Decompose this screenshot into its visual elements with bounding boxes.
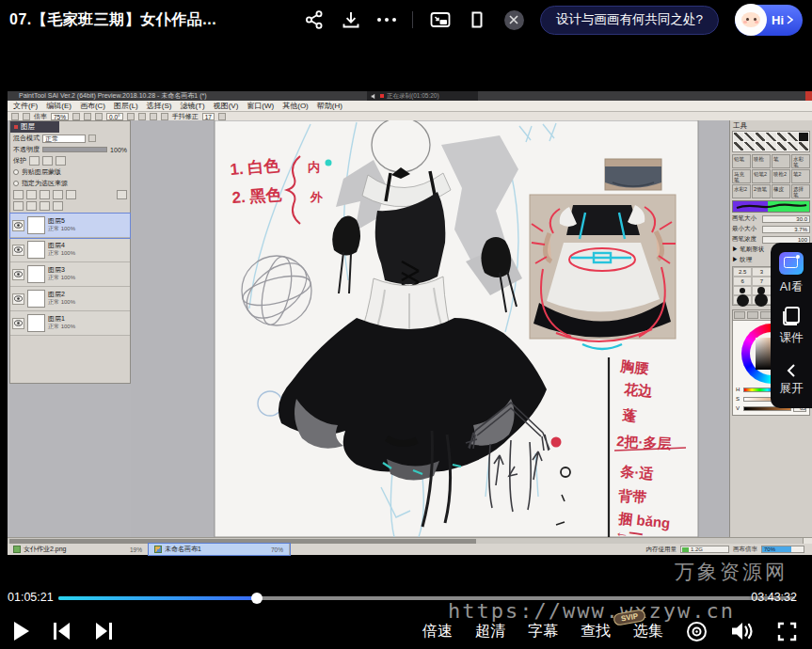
brush-size-value[interactable]: 30.0 xyxy=(762,215,810,223)
rotate-ccw-button[interactable] xyxy=(127,113,135,120)
menu-file[interactable]: 文件(F) xyxy=(13,101,38,111)
clear-layer-button[interactable] xyxy=(53,190,63,199)
brush-button[interactable]: 水彩笔 xyxy=(791,154,810,168)
courseware-button[interactable]: 课件 xyxy=(780,330,804,346)
menu-filter[interactable]: 滤镜(T) xyxy=(180,101,204,111)
clip-checkbox[interactable] xyxy=(13,169,19,175)
tool-icon[interactable] xyxy=(788,142,797,150)
episodes-button[interactable]: 选集 xyxy=(633,622,663,641)
next-episode-button[interactable] xyxy=(94,623,113,640)
pip-icon[interactable] xyxy=(429,9,452,30)
merge-layer-button[interactable] xyxy=(40,190,50,199)
panel-option-button[interactable] xyxy=(117,190,127,199)
zoom-value[interactable]: 75% xyxy=(51,113,69,120)
protect-pos-button[interactable] xyxy=(56,156,66,166)
doc-tab-active[interactable]: 未命名画布1 70% xyxy=(149,544,290,555)
toolbar-button[interactable] xyxy=(11,113,19,120)
opacity-slider[interactable] xyxy=(42,147,107,152)
chevron-left-icon[interactable] xyxy=(785,363,798,378)
tool-icon[interactable] xyxy=(756,133,765,141)
tool-icon[interactable] xyxy=(766,133,775,141)
menu-other[interactable]: 其他(O) xyxy=(282,101,309,111)
tool-icon[interactable] xyxy=(766,142,775,150)
toolbar-button[interactable] xyxy=(23,113,30,120)
eye-icon[interactable] xyxy=(12,220,24,231)
tool-icon[interactable] xyxy=(734,142,743,150)
color-wheel-tab[interactable] xyxy=(734,311,745,319)
more-icon[interactable] xyxy=(377,18,396,22)
menu-edit[interactable]: 编辑(E) xyxy=(46,101,72,111)
eye-icon[interactable] xyxy=(12,245,24,256)
brush-button[interactable]: 铅笔2 xyxy=(752,169,771,183)
blend-mode-select[interactable]: 正常 xyxy=(42,135,86,143)
layer-filter-button[interactable] xyxy=(40,201,50,211)
new-folder-button[interactable] xyxy=(26,190,37,199)
assistant-button[interactable]: Hi xyxy=(735,5,803,36)
size-preset[interactable]: 3 xyxy=(752,267,771,277)
progress-bar[interactable] xyxy=(58,596,795,600)
layer-filter-button[interactable] xyxy=(26,201,37,211)
share-icon[interactable] xyxy=(304,9,325,30)
zoom-out-button[interactable] xyxy=(72,113,80,120)
canvas-h-scrollbar[interactable] xyxy=(8,537,812,544)
download-icon[interactable] xyxy=(341,9,361,30)
size-preset[interactable]: 2.5 xyxy=(733,267,752,277)
size-preset-dot[interactable] xyxy=(752,295,771,305)
layer-row[interactable]: 图层2 正常 100% xyxy=(10,287,130,311)
size-preset-dot[interactable] xyxy=(733,295,752,305)
brush-button[interactable]: 马克笔 xyxy=(732,169,751,183)
brush-button[interactable]: 笔2 xyxy=(791,169,810,183)
menu-help[interactable]: 帮助(H) xyxy=(317,101,342,111)
expand-button[interactable]: 展开 xyxy=(780,381,804,397)
brush-button[interactable]: 铅笔 xyxy=(732,154,751,168)
search-button[interactable]: 查找 xyxy=(581,622,611,641)
toolbar-button[interactable] xyxy=(218,113,226,120)
blend-option-button[interactable] xyxy=(88,135,96,142)
menu-view[interactable]: 视图(V) xyxy=(214,101,239,111)
rotate-reset-button[interactable] xyxy=(138,113,146,120)
brush-button[interactable]: 笔 xyxy=(772,154,790,168)
menu-window[interactable]: 窗口(W) xyxy=(247,101,274,111)
delete-layer-button[interactable] xyxy=(66,190,76,199)
tool-icon[interactable] xyxy=(777,142,787,150)
brush-button[interactable]: 橡皮 xyxy=(772,184,790,198)
courseware-icon[interactable] xyxy=(780,305,803,327)
speed-button[interactable]: 倍速 xyxy=(422,622,453,641)
brush-button[interactable]: 选择笔 xyxy=(791,184,810,198)
brush-button[interactable]: 2值笔 xyxy=(752,184,771,198)
tool-icon[interactable] xyxy=(734,133,743,141)
tool-icon[interactable] xyxy=(744,133,754,141)
quality-button[interactable]: 超清 xyxy=(475,622,505,641)
tool-icon[interactable] xyxy=(799,142,808,150)
play-button[interactable] xyxy=(13,621,30,641)
new-layer-button[interactable] xyxy=(13,190,24,199)
doc-tab[interactable]: 女仆作业2.png 19% xyxy=(8,544,149,555)
brush-button[interactable]: 水彩2 xyxy=(732,184,751,198)
subtitles-button[interactable]: 字幕 xyxy=(528,622,558,641)
progress-thumb[interactable] xyxy=(251,593,263,604)
ai-watch-icon[interactable] xyxy=(779,252,804,275)
eye-icon[interactable] xyxy=(12,293,24,305)
angle-value[interactable]: 0.0° xyxy=(106,113,123,120)
menu-select[interactable]: 选择(S) xyxy=(147,101,172,111)
layer-row[interactable]: 图层4 正常 100% xyxy=(10,238,130,262)
layer-filter-button[interactable] xyxy=(53,201,63,211)
zoom-reset-button[interactable] xyxy=(84,113,91,120)
layer-row[interactable]: 图层1 正常 100% xyxy=(10,311,130,336)
zoom-in-button[interactable] xyxy=(95,113,103,120)
volume-icon[interactable] xyxy=(730,621,755,641)
size-preset[interactable]: 6 xyxy=(733,277,752,286)
layer-row[interactable]: 图层3 正常 100% xyxy=(10,262,130,287)
menu-layer[interactable]: 图层(L) xyxy=(114,101,138,111)
rgb-tab[interactable] xyxy=(747,311,758,319)
layer-filter-button[interactable] xyxy=(13,201,24,211)
stabilizer-value[interactable]: 17 xyxy=(202,113,215,120)
tool-icon[interactable] xyxy=(756,142,765,150)
protect-alpha-button[interactable] xyxy=(29,156,40,166)
menu-canvas[interactable]: 画布(C) xyxy=(80,101,105,111)
eye-icon[interactable] xyxy=(12,269,24,280)
flip-button[interactable] xyxy=(161,113,168,120)
tool-icon[interactable] xyxy=(788,133,797,141)
ai-question-pill[interactable]: 设计与画画有何共同之处? xyxy=(540,6,719,35)
record-icon[interactable] xyxy=(686,621,708,642)
